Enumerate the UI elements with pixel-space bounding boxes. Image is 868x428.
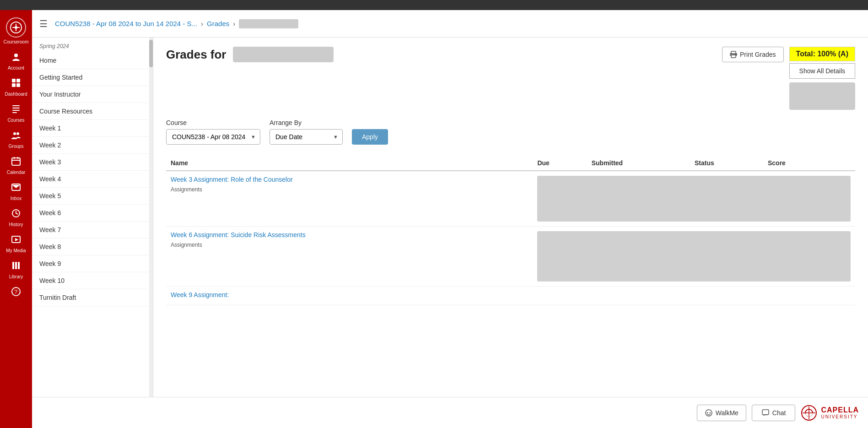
nav-item-week6[interactable]: Week 6 [32,205,153,222]
svg-rect-27 [731,55,736,58]
svg-rect-10 [12,112,17,113]
svg-rect-13 [12,158,20,165]
sidebar-item-help[interactable]: ? [0,283,32,304]
assignment-name-cell: Week 6 Assignment: Suicide Risk Assessme… [166,227,533,287]
show-all-details-button[interactable]: Show All Details [789,63,855,79]
sidebar-item-courses[interactable]: Courses [0,100,32,126]
course-select[interactable]: COUN5238 - Apr 08 2024 [166,129,260,145]
nav-item-week2[interactable]: Week 2 [32,137,153,154]
arrange-by-select[interactable]: Due Date [270,129,343,145]
details-blurred [789,82,855,110]
breadcrumb-sep-2: › [233,20,235,27]
library-icon [11,260,21,273]
course-nav: Spring 2024 Home Getting Started Your In… [32,38,153,397]
nav-item-week9[interactable]: Week 9 [32,255,153,272]
nav-item-week8[interactable]: Week 8 [32,238,153,255]
course-select-wrapper: COUN5238 - Apr 08 2024 [166,129,260,145]
nav-item-week10[interactable]: Week 10 [32,272,153,289]
week6-assignment-link[interactable]: Week 6 Assignment: Suicide Risk Assessme… [171,231,528,238]
nav-item-week3[interactable]: Week 3 [32,154,153,171]
breadcrumb-grades-link[interactable]: Grades [207,20,229,27]
svg-rect-4 [16,79,20,82]
svg-rect-22 [15,262,17,269]
col-header-status: Status [690,156,763,171]
svg-rect-6 [16,83,20,87]
svg-rect-7 [12,105,20,106]
history-icon [11,208,21,221]
week3-assignment-link[interactable]: Week 3 Assignment: Role of the Counselor [171,176,528,183]
chat-label: Chat [772,409,786,417]
arrange-by-select-wrapper: Due Date [270,129,343,145]
chat-button[interactable]: Chat [752,405,796,421]
svg-text:?: ? [14,288,17,295]
breadcrumb-course-link[interactable]: COUN5238 - Apr 08 2024 to Jun 14 2024 - … [55,20,197,27]
sidebar-item-mymedia[interactable]: My Media [0,231,32,257]
print-grades-button[interactable]: Print Grades [722,47,784,62]
svg-rect-8 [12,108,20,108]
header-bar: ☰ COUN5238 - Apr 08 2024 to Jun 14 2024 … [32,10,868,38]
courses-icon [11,104,21,116]
week3-data-blurred-cell [533,171,855,227]
col-header-name: Name [166,156,533,171]
assignment-name-cell: Week 3 Assignment: Role of the Counselor… [166,171,533,227]
walkme-label: WalkMe [716,409,739,417]
capella-sub: UNIVERSITY [821,414,859,419]
scroll-thumb[interactable] [149,40,153,67]
nav-item-week5[interactable]: Week 5 [32,188,153,205]
svg-point-11 [13,132,16,135]
grades-title: Grades for [166,47,334,62]
svg-point-12 [16,132,19,135]
week9-assignment-link[interactable]: Week 9 Assignment: [171,291,528,298]
grades-main: Grades for Print Grades [153,38,868,397]
nav-item-course-resources[interactable]: Course Resources [32,103,153,120]
nav-item-getting-started[interactable]: Getting Started [32,69,153,86]
courseroom-logo-icon [6,17,26,38]
icon-sidebar: Courseroom Account Dashboard [0,10,32,428]
sidebar-item-dashboard[interactable]: Dashboard [0,74,32,100]
col-header-due: Due [533,156,587,171]
hamburger-menu[interactable]: ☰ [39,18,48,29]
svg-point-1 [15,26,17,29]
nav-item-week7[interactable]: Week 7 [32,222,153,238]
sidebar-item-calendar[interactable]: Calendar [0,152,32,179]
nav-item-your-instructor[interactable]: Your Instructor [32,86,153,103]
courseroom-label: Courseroom [3,39,28,44]
sidebar-item-inbox[interactable]: Inbox [0,179,32,205]
svg-marker-20 [15,238,18,241]
courseroom-logo[interactable]: Courseroom [0,14,32,48]
apply-button[interactable]: Apply [352,129,388,145]
inbox-icon [11,182,21,195]
total-badge-text: Total: 100% (A) [796,50,848,58]
table-row: Week 3 Assignment: Role of the Counselor… [166,171,855,227]
walkme-button[interactable]: WalkMe [697,405,746,421]
chat-icon [761,409,770,417]
student-name-blurred [233,47,334,62]
sidebar-item-account[interactable]: Account [0,48,32,74]
calendar-icon [11,156,21,168]
account-label: Account [8,65,24,70]
account-icon [11,52,21,64]
assignment-name-cell: Week 9 Assignment: [166,287,533,305]
svg-rect-26 [731,51,736,54]
course-filter-group: Course COUN5238 - Apr 08 2024 [166,119,260,145]
show-all-details-label: Show All Details [799,67,845,75]
sidebar-item-library[interactable]: Library [0,257,32,283]
course-filter-label: Course [166,119,260,126]
sidebar-item-groups[interactable]: Groups [0,126,32,152]
nav-item-home[interactable]: Home [32,52,153,69]
table-row: Week 6 Assignment: Suicide Risk Assessme… [166,227,855,287]
scroll-indicator [149,38,153,397]
sidebar-item-history[interactable]: History [0,205,32,231]
calendar-label: Calendar [7,170,26,175]
mymedia-label: My Media [6,248,26,253]
week6-row-blurred [537,231,851,282]
capella-name: CAPELLA [821,406,859,414]
nav-item-week4[interactable]: Week 4 [32,171,153,188]
dashboard-label: Dashboard [5,92,27,97]
nav-item-week1[interactable]: Week 1 [32,120,153,137]
print-icon [730,51,737,58]
nav-item-turnitin-draft[interactable]: Turnitin Draft [32,289,153,306]
filters-row: Course COUN5238 - Apr 08 2024 Arrange By… [166,119,855,145]
table-row: Week 9 Assignment: [166,287,855,305]
inbox-label: Inbox [11,196,22,201]
